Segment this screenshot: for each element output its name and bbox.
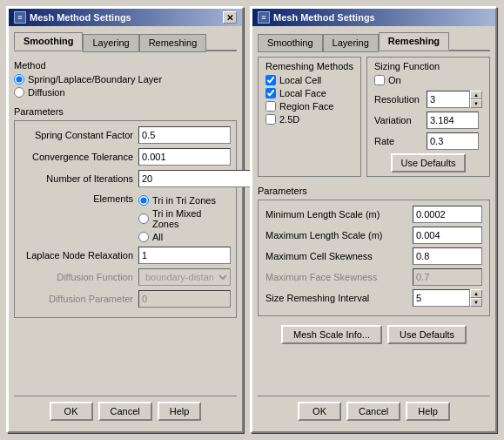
max-face-skewness-input[interactable]	[413, 268, 482, 286]
diffusion-param-row: Diffusion Parameter	[20, 290, 231, 308]
remeshing-cb-0[interactable]: Local Cell	[265, 75, 353, 85]
size-remeshing-spin-buttons: ▲ ▼	[470, 289, 482, 307]
size-remeshing-spin-up[interactable]: ▲	[470, 289, 482, 298]
on-checkbox-row[interactable]: On	[374, 75, 482, 85]
remeshing-cb-2-label: Region Face	[279, 101, 333, 112]
elements-radio-0[interactable]	[138, 195, 149, 206]
right-dialog-title: Mesh Method Settings	[273, 12, 375, 23]
resolution-spin-down[interactable]: ▼	[470, 99, 482, 108]
param-label-0: Spring Constant Factor	[20, 130, 133, 140]
resolution-spin-buttons: ▲ ▼	[470, 91, 482, 108]
params-right-row-4: Size Remeshing Interval ▲ ▼	[265, 289, 482, 307]
elements-radio-group: Tri in Tri Zones Tri in Mixed Zones All	[138, 195, 231, 242]
diffusion-param-input[interactable]	[138, 290, 231, 308]
remeshing-methods-box: Remeshing Methods Local Cell Local Face …	[258, 57, 361, 177]
tab-layering-right[interactable]: Layering	[323, 34, 379, 52]
variation-row: Variation	[374, 112, 482, 129]
laplace-row: Laplace Node Relaxation	[20, 247, 231, 264]
elements-radio-2[interactable]	[138, 232, 149, 242]
left-help-button[interactable]: Help	[158, 402, 202, 421]
elements-option-2[interactable]: All	[138, 232, 231, 242]
elements-option-1-label: Tri in Mixed Zones	[152, 208, 231, 229]
tab-remeshing-left[interactable]: Remeshing	[139, 34, 207, 52]
params-right-label-0: Minimum Length Scale (m)	[265, 209, 413, 220]
right-ok-button[interactable]: OK	[298, 402, 341, 421]
diffusion-function-row: Diffusion Function boundary-distance	[20, 268, 231, 286]
rate-row: Rate	[374, 132, 482, 150]
elements-radio-1[interactable]	[138, 213, 149, 224]
params-right-row-0: Minimum Length Scale (m)	[265, 206, 482, 223]
size-remeshing-spin-down[interactable]: ▼	[470, 298, 482, 307]
left-cancel-button[interactable]: Cancel	[98, 402, 152, 421]
method-radio-1[interactable]	[14, 87, 24, 98]
max-length-input[interactable]	[413, 227, 482, 244]
laplace-input[interactable]	[138, 247, 231, 264]
params-right-value-1	[413, 227, 482, 244]
resolution-spin: ▲ ▼	[427, 91, 482, 108]
tab-smoothing-right[interactable]: Smoothing	[258, 34, 323, 52]
param-row-1: Convergence Tolerance	[20, 148, 231, 166]
max-cell-skewness-input[interactable]	[413, 247, 482, 265]
elements-option-1[interactable]: Tri in Mixed Zones	[138, 208, 231, 229]
left-close-button[interactable]: ✕	[223, 11, 237, 24]
params-right-label-2: Maximum Cell Skewness	[265, 251, 413, 261]
laplace-value	[138, 247, 231, 264]
params-inner-left: Spring Constant Factor Convergence Toler…	[14, 120, 237, 318]
tab-remeshing-right[interactable]: Remeshing	[379, 32, 449, 51]
right-inner-button-row: Mesh Scale Info... Use Defaults	[258, 325, 490, 344]
resolution-input[interactable]	[427, 91, 470, 108]
remeshing-check-1[interactable]	[265, 88, 276, 98]
params-right-row-3: Maximum Face Skewness	[265, 268, 482, 286]
remeshing-check-3[interactable]	[265, 114, 276, 125]
min-length-input[interactable]	[413, 206, 482, 223]
method-option-0[interactable]: Spring/Laplace/Boundary Layer	[14, 74, 237, 85]
param-value-0	[138, 126, 231, 144]
size-remeshing-input[interactable]	[413, 289, 470, 307]
variation-input[interactable]	[427, 112, 479, 129]
mesh-scale-info-button[interactable]: Mesh Scale Info...	[281, 325, 382, 344]
method-label: Method	[14, 60, 237, 71]
sizing-function-box: Sizing Function On Resolution ▲ ▼	[366, 57, 490, 177]
params-right-label-1: Maximum Length Scale (m)	[265, 230, 413, 240]
left-ok-button[interactable]: OK	[50, 402, 93, 421]
tab-layering-left[interactable]: Layering	[83, 34, 138, 52]
size-remeshing-spin: ▲ ▼	[413, 289, 482, 307]
method-radio-0[interactable]	[14, 74, 24, 85]
left-dialog: ≡ Mesh Method Settings ✕ Smoothing Layer…	[7, 7, 244, 433]
params-right-value-3	[413, 268, 482, 286]
iterations-input[interactable]	[138, 170, 265, 187]
right-help-button[interactable]: Help	[406, 402, 450, 421]
params-right-value-0	[413, 206, 482, 223]
remeshing-check-2[interactable]	[265, 101, 276, 112]
method-option-1[interactable]: Diffusion	[14, 87, 237, 98]
remeshing-cb-2[interactable]: Region Face	[265, 101, 353, 112]
spring-constant-input[interactable]	[138, 126, 231, 144]
use-defaults-button[interactable]: Use Defaults	[387, 325, 467, 344]
resolution-row: Resolution ▲ ▼	[374, 91, 482, 108]
param-value-1	[138, 148, 231, 166]
diffusion-function-label: Diffusion Function	[20, 272, 133, 282]
remeshing-cb-1[interactable]: Local Face	[265, 88, 353, 98]
params-right-row-1: Maximum Length Scale (m)	[265, 227, 482, 244]
sizing-on-checkbox[interactable]	[374, 75, 385, 85]
elements-option-0[interactable]: Tri in Tri Zones	[138, 195, 231, 206]
convergence-tolerance-input[interactable]	[138, 148, 231, 166]
params-right-value-2	[413, 247, 482, 265]
diffusion-function-value: boundary-distance	[138, 268, 231, 286]
rate-input[interactable]	[427, 132, 479, 150]
diffusion-param-label: Diffusion Parameter	[20, 294, 133, 304]
right-top-content: Remeshing Methods Local Cell Local Face …	[258, 57, 490, 177]
resolution-spin-up[interactable]: ▲	[470, 91, 482, 99]
left-button-bar: OK Cancel Help	[14, 396, 237, 426]
remeshing-check-0[interactable]	[265, 75, 276, 85]
right-cancel-button[interactable]: Cancel	[346, 402, 400, 421]
use-defaults-sizing-button[interactable]: Use Defaults	[391, 153, 467, 173]
variation-label: Variation	[374, 115, 427, 125]
diffusion-function-select[interactable]: boundary-distance	[138, 268, 231, 286]
left-title-icon: ≡	[14, 11, 26, 24]
left-dialog-title: Mesh Method Settings	[30, 12, 131, 23]
elements-row: Elements Tri in Tri Zones Tri in Mixed Z…	[20, 192, 231, 242]
remeshing-cb-1-label: Local Face	[279, 88, 326, 98]
remeshing-cb-3[interactable]: 2.5D	[265, 114, 353, 125]
tab-smoothing-left[interactable]: Smoothing	[14, 32, 83, 51]
